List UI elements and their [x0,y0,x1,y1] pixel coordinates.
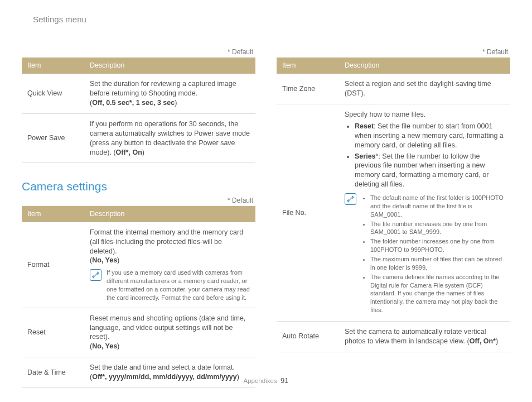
item-label: Reset [22,308,84,357]
section-title-camera-settings: Camera settings [22,179,255,194]
table-row: Format Format the internal memory and th… [22,222,255,308]
item-label: Power Save [22,113,84,163]
col-header-description: Description [84,206,255,222]
table-row: Quick View Set the duration for reviewin… [22,74,255,113]
item-label: Time Zone [277,74,339,104]
note-list: The default name of the first folder is … [361,193,505,315]
col-header-item: Item [22,206,84,222]
note-text: If you use a memory card used with camer… [107,269,250,302]
table-row: Auto Rotate Set the camera to automatica… [277,321,510,352]
item-description: If you perform no operations for 30 seco… [84,113,255,163]
item-label: Format [22,222,84,308]
breadcrumb: Settings menu [33,14,510,25]
footer-section: Appendixes [244,377,277,384]
table-row: Reset Reset menus and shooting options (… [22,308,255,357]
item-label: Quick View [22,74,84,113]
settings-table-3: Item Description Time Zone Select a regi… [277,58,510,352]
note-icon [90,269,101,281]
right-column: * Default Item Description Time Zone Sel… [277,47,510,388]
item-description: Format the internal memory and the memor… [84,222,255,308]
item-description: Reset menus and shooting options (date a… [84,308,255,357]
settings-table-1: Item Description Quick View Set the dura… [22,58,255,163]
item-description: Set the camera to automatically rotate v… [339,321,510,352]
default-label: * Default [277,47,510,56]
col-header-description: Description [84,58,255,74]
table-row: File No. Specify how to name files. Rese… [277,104,510,322]
left-column: * Default Item Description Quick View Se… [22,47,255,388]
item-description: Specify how to name files. Reset: Set th… [339,104,510,322]
item-description: Set the duration for reviewing a capture… [84,74,255,113]
settings-table-2: Item Description Format Format the inter… [22,206,255,388]
table-row: Power Save If you perform no operations … [22,113,255,163]
page-footer: Appendixes 91 [0,376,532,386]
page-number: 91 [280,376,288,385]
col-header-description: Description [339,58,510,74]
note-icon [345,193,356,205]
table-row: Time Zone Select a region and set the da… [277,74,510,104]
default-label: * Default [22,196,255,205]
col-header-item: Item [277,58,339,74]
item-label: File No. [277,104,339,322]
col-header-item: Item [22,58,84,74]
item-label: Auto Rotate [277,321,339,352]
default-label: * Default [22,47,255,56]
item-description: Select a region and set the daylight-sav… [339,74,510,104]
